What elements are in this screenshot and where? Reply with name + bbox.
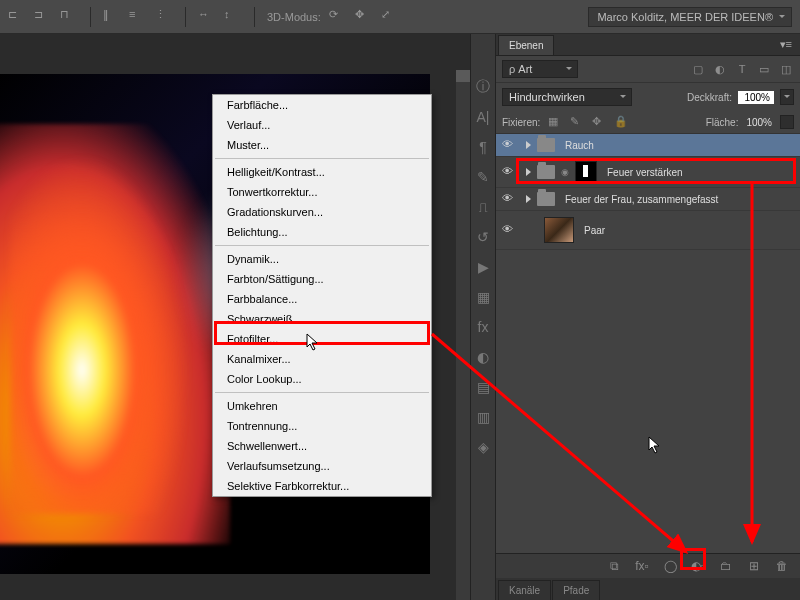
character-icon[interactable]: A| bbox=[474, 108, 492, 126]
filter-adjust-icon[interactable]: ◐ bbox=[712, 62, 728, 76]
layer-filter-type[interactable]: ρ Art bbox=[502, 60, 578, 78]
menu-item[interactable]: Verlaufsumsetzung... bbox=[213, 456, 431, 476]
delete-layer-icon[interactable]: 🗑 bbox=[774, 559, 790, 573]
tab-paths[interactable]: Pfade bbox=[552, 580, 600, 600]
channels-icon[interactable]: ▥ bbox=[474, 408, 492, 426]
spacing-icon[interactable]: ↔ bbox=[198, 8, 216, 26]
expand-icon[interactable] bbox=[526, 141, 531, 149]
fill-label: Fläche: bbox=[706, 117, 739, 128]
styles-icon[interactable]: fx bbox=[474, 318, 492, 336]
mode-3d-label: 3D-Modus: bbox=[267, 11, 321, 23]
filter-type-icon[interactable]: T bbox=[734, 62, 750, 76]
lock-all-icon[interactable]: 🔒 bbox=[614, 115, 628, 129]
layer-thumbnail[interactable] bbox=[544, 217, 574, 243]
adjustments-icon[interactable]: ◐ bbox=[474, 348, 492, 366]
visibility-icon[interactable]: 👁 bbox=[502, 138, 516, 152]
layers-panel-footer: ⧉ fx▫ ◯ ◐▫ 🗀 ⊞ 🗑 bbox=[496, 553, 800, 578]
swatches-icon[interactable]: ▦ bbox=[474, 288, 492, 306]
opacity-dropdown[interactable] bbox=[780, 89, 794, 105]
layers-panel: Ebenen ▾≡ ρ Art ▢ ◐ T ▭ ◫ Hindurchwirken… bbox=[496, 34, 800, 600]
menu-item[interactable]: Farbton/Sättigung... bbox=[213, 269, 431, 289]
layer-effects-icon[interactable]: fx▫ bbox=[634, 559, 650, 573]
adjustment-layer-menu: Farbfläche...Verlauf...Muster...Helligke… bbox=[212, 94, 432, 497]
menu-item[interactable]: Kanalmixer... bbox=[213, 349, 431, 369]
vertical-scrollbar[interactable] bbox=[456, 70, 470, 600]
spacing-icon[interactable]: ↕ bbox=[224, 8, 242, 26]
menu-item[interactable]: Schwellenwert... bbox=[213, 436, 431, 456]
layer-feuer-frau[interactable]: 👁 Feuer der Frau, zusammengefasst bbox=[496, 188, 800, 211]
new-layer-icon[interactable]: ⊞ bbox=[746, 559, 762, 573]
new-group-icon[interactable]: 🗀 bbox=[718, 559, 734, 573]
layers-icon[interactable]: ▤ bbox=[474, 378, 492, 396]
align-icon[interactable]: ⊏ bbox=[8, 8, 26, 26]
panel-menu-icon[interactable]: ▾≡ bbox=[772, 34, 800, 55]
distribute-icon[interactable]: ⋮ bbox=[155, 8, 173, 26]
menu-item[interactable]: Fotofilter... bbox=[213, 329, 431, 349]
lock-pixels-icon[interactable]: ✎ bbox=[570, 115, 584, 129]
folder-icon bbox=[537, 192, 555, 206]
link-layers-icon[interactable]: ⧉ bbox=[606, 559, 622, 573]
folder-icon bbox=[537, 138, 555, 152]
align-icon[interactable]: ⊓ bbox=[60, 8, 78, 26]
menu-item[interactable]: Gradationskurven... bbox=[213, 202, 431, 222]
actions-icon[interactable]: ▶ bbox=[474, 258, 492, 276]
align-icon[interactable]: ⊐ bbox=[34, 8, 52, 26]
menu-item[interactable]: Helligkeit/Kontrast... bbox=[213, 162, 431, 182]
tab-channels[interactable]: Kanäle bbox=[498, 580, 551, 600]
3d-orbit-icon[interactable]: ⟳ bbox=[329, 8, 347, 26]
fill-value[interactable]: 100% bbox=[746, 117, 772, 128]
paths-icon[interactable]: ◈ bbox=[474, 438, 492, 456]
filter-shape-icon[interactable]: ▭ bbox=[756, 62, 772, 76]
clone-icon[interactable]: ⎍ bbox=[474, 198, 492, 216]
expand-icon[interactable] bbox=[526, 195, 531, 203]
distribute-icon[interactable]: ‖ bbox=[103, 8, 121, 26]
history-icon[interactable]: ↺ bbox=[474, 228, 492, 246]
layers-list: 👁 Rauch 👁 ◉ Feuer verstärken 👁 Feuer der… bbox=[496, 134, 800, 553]
menu-item[interactable]: Selektive Farbkorrektur... bbox=[213, 476, 431, 496]
lock-transparency-icon[interactable]: ▦ bbox=[548, 115, 562, 129]
paragraph-icon[interactable]: ¶ bbox=[474, 138, 492, 156]
3d-pan-icon[interactable]: ✥ bbox=[355, 8, 373, 26]
opacity-value[interactable]: 100% bbox=[738, 91, 774, 104]
menu-item[interactable]: Belichtung... bbox=[213, 222, 431, 242]
menu-item[interactable]: Tonwertkorrektur... bbox=[213, 182, 431, 202]
expand-icon[interactable] bbox=[526, 168, 531, 176]
bottom-panel-tabs: Kanäle Pfade bbox=[496, 578, 800, 600]
layer-mask-thumb[interactable] bbox=[575, 161, 597, 183]
tab-layers[interactable]: Ebenen bbox=[498, 35, 554, 55]
lock-position-icon[interactable]: ✥ bbox=[592, 115, 606, 129]
opacity-label: Deckkraft: bbox=[687, 92, 732, 103]
menu-item[interactable]: Schwarzweiß... bbox=[213, 309, 431, 329]
layer-feuer-verstaerken[interactable]: 👁 ◉ Feuer verstärken bbox=[496, 157, 800, 188]
brush-icon[interactable]: ✎ bbox=[474, 168, 492, 186]
visibility-icon[interactable]: 👁 bbox=[502, 223, 516, 237]
visibility-icon[interactable]: 👁 bbox=[502, 165, 516, 179]
layer-rauch[interactable]: 👁 Rauch bbox=[496, 134, 800, 157]
lock-label: Fixieren: bbox=[502, 117, 540, 128]
filter-pixel-icon[interactable]: ▢ bbox=[690, 62, 706, 76]
menu-item[interactable]: Verlauf... bbox=[213, 115, 431, 135]
menu-item[interactable]: Farbbalance... bbox=[213, 289, 431, 309]
fill-dropdown[interactable] bbox=[780, 115, 794, 129]
panel-tabs: Ebenen ▾≡ bbox=[496, 34, 800, 56]
options-bar: ⊏ ⊐ ⊓ ‖ ≡ ⋮ ↔ ↕ 3D-Modus: ⟳ ✥ ⤢ Marco Ko… bbox=[0, 0, 800, 34]
menu-item[interactable]: Color Lookup... bbox=[213, 369, 431, 389]
info-icon[interactable]: ⓘ bbox=[474, 78, 492, 96]
menu-item[interactable]: Muster... bbox=[213, 135, 431, 155]
new-adjustment-icon[interactable]: ◐▫ bbox=[690, 559, 706, 573]
align-icons: ⊏ ⊐ ⊓ ‖ ≡ ⋮ ↔ ↕ 3D-Modus: ⟳ ✥ ⤢ bbox=[8, 7, 399, 27]
menu-item[interactable]: Dynamik... bbox=[213, 249, 431, 269]
collapsed-panel-dock: ⓘ A| ¶ ✎ ⎍ ↺ ▶ ▦ fx ◐ ▤ ▥ ◈ bbox=[470, 34, 496, 600]
visibility-icon[interactable]: 👁 bbox=[502, 192, 516, 206]
folder-icon bbox=[537, 165, 555, 179]
add-mask-icon[interactable]: ◯ bbox=[662, 559, 678, 573]
menu-item[interactable]: Farbfläche... bbox=[213, 95, 431, 115]
filter-smart-icon[interactable]: ◫ bbox=[778, 62, 794, 76]
3d-zoom-icon[interactable]: ⤢ bbox=[381, 8, 399, 26]
menu-item[interactable]: Umkehren bbox=[213, 396, 431, 416]
menu-item[interactable]: Tontrennung... bbox=[213, 416, 431, 436]
workspace-selector[interactable]: Marco Kolditz, MEER DER IDEEN® bbox=[588, 7, 792, 27]
blend-mode-select[interactable]: Hindurchwirken bbox=[502, 88, 632, 106]
layer-paar[interactable]: 👁 Paar bbox=[496, 211, 800, 250]
distribute-icon[interactable]: ≡ bbox=[129, 8, 147, 26]
